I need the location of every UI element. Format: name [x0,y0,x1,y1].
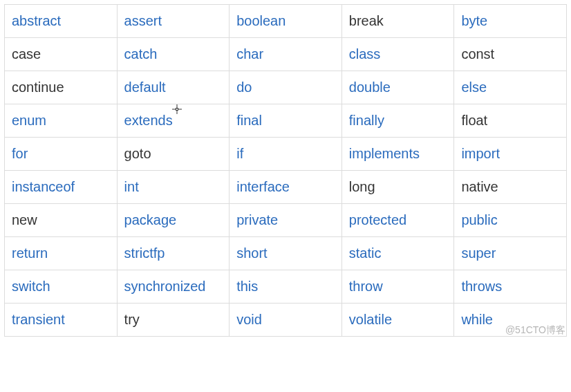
keyword-cell: try [117,304,230,337]
keyword-cell[interactable]: assert [117,5,230,38]
table-row: forgotoifimplementsimport [5,138,567,171]
table-row: transienttryvoidvolatilewhile [5,304,567,337]
keyword-cell[interactable]: boolean [230,5,342,38]
keyword-cell: continue [5,71,118,104]
keyword-cell[interactable]: int [117,171,230,204]
keyword-cell[interactable]: for [5,138,118,171]
keyword-cell[interactable]: abstract [5,5,118,38]
keyword-cell[interactable]: instanceof [5,171,118,204]
keyword-cell[interactable]: char [230,38,342,71]
keyword-cell[interactable]: switch [5,270,118,304]
table-row: casecatchcharclassconst [5,38,567,71]
keyword-cell: float [454,104,567,138]
keyword-cell[interactable]: extends [117,104,230,138]
table-row: returnstrictfpshortstaticsuper [5,237,567,270]
keyword-cell[interactable]: else [454,71,567,104]
keyword-cell: new [5,204,118,237]
keyword-cell[interactable]: finally [341,104,454,138]
keyword-cell[interactable]: transient [5,304,118,337]
keyword-cell[interactable]: do [230,71,342,104]
keyword-cell[interactable]: private [230,204,342,237]
keyword-cell[interactable]: package [117,204,230,237]
table-row: instanceofintinterfacelongnative [5,171,567,204]
keyword-cell[interactable]: class [341,38,454,71]
keyword-cell[interactable]: if [230,138,342,171]
keyword-cell[interactable]: while [454,304,567,337]
keyword-cell[interactable]: strictfp [117,237,230,270]
keyword-cell: case [5,38,118,71]
table-row: abstractassertbooleanbreakbyte [5,5,567,38]
keyword-cell[interactable]: enum [5,104,118,138]
keyword-cell: goto [117,138,230,171]
keyword-cell[interactable]: super [454,237,567,270]
keyword-cell[interactable]: protected [341,204,454,237]
keyword-cell: break [341,5,454,38]
keyword-cell[interactable]: interface [230,171,342,204]
keyword-cell[interactable]: import [454,138,567,171]
table-row: switchsynchronizedthisthrowthrows [5,270,567,304]
keyword-cell[interactable]: double [341,71,454,104]
keyword-cell[interactable]: short [230,237,342,270]
keyword-cell[interactable]: synchronized [117,270,230,304]
keyword-cell[interactable]: volatile [341,304,454,337]
keyword-cell[interactable]: byte [454,5,567,38]
keyword-cell[interactable]: return [5,237,118,270]
keyword-cell[interactable]: throw [341,270,454,304]
table-row: enumextendsfinalfinallyfloat [5,104,567,138]
keyword-cell[interactable]: catch [117,38,230,71]
keyword-cell[interactable]: public [454,204,567,237]
keyword-cell[interactable]: this [230,270,342,304]
table-row: newpackageprivateprotectedpublic [5,204,567,237]
table-row: continuedefaultdodoubleelse [5,71,567,104]
keyword-cell[interactable]: void [230,304,342,337]
java-keywords-table: abstractassertbooleanbreakbytecasecatchc… [4,4,567,337]
keyword-cell[interactable]: default [117,71,230,104]
keyword-cell: long [341,171,454,204]
keyword-cell[interactable]: final [230,104,342,138]
keyword-cell[interactable]: throws [454,270,567,304]
keyword-cell[interactable]: implements [341,138,454,171]
keyword-cell: native [454,171,567,204]
keyword-cell[interactable]: static [341,237,454,270]
keyword-cell: const [454,38,567,71]
